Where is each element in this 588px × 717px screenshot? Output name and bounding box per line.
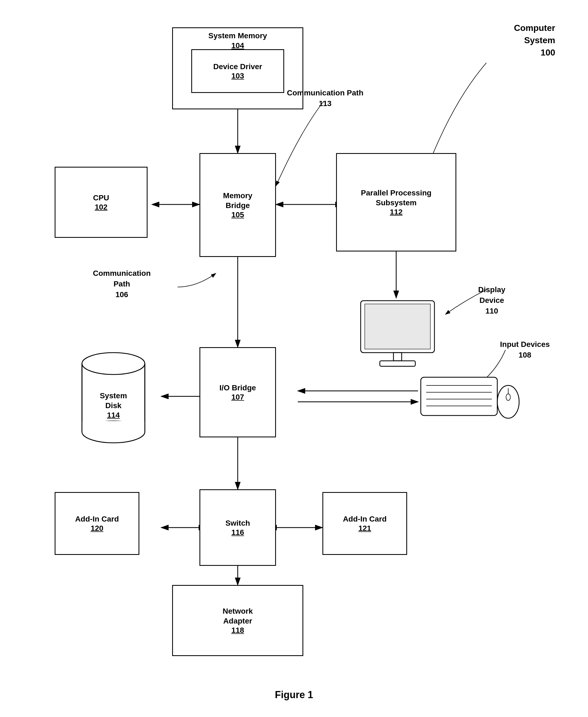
cpu-num: 102 <box>95 203 108 211</box>
system-memory-num: 104 <box>173 41 302 50</box>
parallel-processing-box: Parallel ProcessingSubsystem 112 <box>336 153 456 251</box>
device-driver-num: 103 <box>231 71 244 80</box>
add-in-card-120-label: Add-In Card <box>75 514 119 524</box>
io-bridge-num: 107 <box>231 393 244 402</box>
cpu-label: CPU <box>93 193 109 203</box>
add-in-card-121-box: Add-In Card 121 <box>322 492 407 555</box>
parallel-processing-num: 112 <box>390 208 403 217</box>
computer-system-label: Computer System 100 <box>514 22 555 59</box>
switch-box: Switch 116 <box>200 489 276 566</box>
add-in-card-121-label: Add-In Card <box>343 514 386 524</box>
svg-rect-17 <box>380 361 415 366</box>
svg-rect-25 <box>421 377 497 415</box>
network-adapter-box: NetworkAdapter 118 <box>172 585 303 656</box>
comm-path-106-label: Communication Path 106 <box>93 268 151 300</box>
network-adapter-label: NetworkAdapter <box>223 606 253 626</box>
figure-label: Figure 1 <box>275 689 313 701</box>
memory-bridge-box: MemoryBridge 105 <box>200 153 276 257</box>
io-bridge-box: I/O Bridge 107 <box>200 347 276 437</box>
switch-label: Switch <box>226 518 250 528</box>
diagram: Computer System 100 Device Driver 103 Sy… <box>0 0 588 717</box>
svg-point-32 <box>506 394 510 401</box>
comm-path-113-label: Communication Path 113 <box>287 87 363 109</box>
parallel-processing-label: Parallel ProcessingSubsystem <box>361 188 432 208</box>
input-devices-label: Input Devices 108 <box>500 339 550 360</box>
device-driver-box: Device Driver 103 <box>191 49 284 93</box>
device-driver-label: Device Driver <box>213 62 262 71</box>
svg-rect-16 <box>394 353 402 361</box>
system-disk: System Disk 114 <box>77 347 150 448</box>
system-disk-text: System Disk 114 <box>77 391 150 419</box>
io-bridge-label: I/O Bridge <box>219 383 256 393</box>
svg-point-20 <box>82 353 145 374</box>
add-in-card-120-num: 120 <box>91 524 104 533</box>
memory-bridge-num: 105 <box>231 210 244 219</box>
system-memory-label: System Memory <box>173 31 302 41</box>
display-device-label: Display Device 110 <box>478 284 505 316</box>
input-devices-area <box>418 361 522 432</box>
svg-rect-18 <box>365 304 430 349</box>
cpu-box: CPU 102 <box>55 167 148 238</box>
memory-bridge-label: MemoryBridge <box>223 191 252 211</box>
system-memory-box: Device Driver 103 System Memory 104 <box>172 27 303 109</box>
svg-rect-22 <box>82 421 145 432</box>
switch-num: 116 <box>231 528 244 537</box>
network-adapter-num: 118 <box>231 626 244 635</box>
add-in-card-120-box: Add-In Card 120 <box>55 492 139 555</box>
add-in-card-121-num: 121 <box>358 524 371 533</box>
